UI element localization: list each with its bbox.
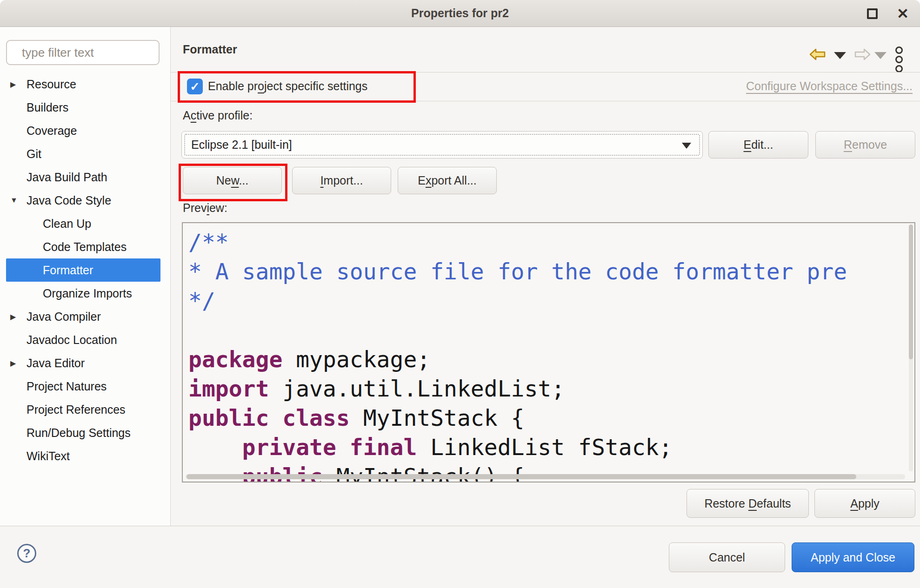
close-button[interactable]: ✕	[892, 4, 913, 23]
sidebar-item-label: Java Build Path	[27, 171, 107, 184]
sidebar-item-formatter[interactable]: Formatter	[6, 258, 160, 282]
code-token: mypackage;	[282, 346, 430, 372]
label-text: E	[418, 174, 426, 187]
label-text: emove	[852, 138, 887, 151]
active-profile-label: Active profile:	[183, 109, 253, 122]
back-history-button[interactable]	[833, 51, 847, 59]
import-button[interactable]: Import...	[292, 167, 391, 194]
sidebar-item-label: Formatter	[43, 264, 93, 277]
code-preview: /*** A sample source file for the code f…	[188, 228, 908, 482]
code-line: package mypackage;	[188, 345, 908, 374]
sidebar-item-label: Clean Up	[43, 217, 91, 231]
sidebar-item-clean-up[interactable]: Clean Up	[6, 212, 160, 235]
vertical-scrollbar[interactable]	[909, 225, 913, 471]
close-icon: ✕	[897, 7, 909, 21]
label-text: tive profile:	[196, 109, 253, 122]
sidebar-item-organize-imports[interactable]: Organize Imports	[6, 282, 160, 305]
sidebar: ▶ResourceBuildersCoverageGitJava Build P…	[0, 27, 171, 526]
properties-dialog-window: Properties for pr2 ✕ ▶ResourceBuildersCo…	[0, 0, 920, 588]
triangle-right-icon[interactable]: ▶	[10, 312, 16, 321]
triangle-right-icon[interactable]: ▶	[10, 80, 16, 89]
horizontal-scrollbar[interactable]	[186, 474, 905, 479]
active-profile-value: Eclipse 2.1 [built-in]	[191, 132, 292, 158]
vertical-scrollbar-thumb[interactable]	[909, 225, 913, 359]
horizontal-scrollbar-thumb[interactable]	[187, 474, 856, 479]
triangle-down-icon[interactable]: ▼	[10, 196, 18, 205]
edit-button[interactable]: Edit...	[708, 131, 808, 159]
sidebar-item-wikitext[interactable]: WikiText	[6, 444, 160, 468]
label-mnemonic: E	[744, 138, 752, 151]
code-line: /**	[188, 228, 908, 257]
label-mnemonic: R	[844, 138, 852, 151]
sidebar-item-code-templates[interactable]: Code Templates	[6, 235, 160, 258]
restore-defaults-button[interactable]: Restore Defaults	[687, 489, 809, 518]
maximize-button[interactable]	[861, 4, 883, 23]
triangle-right-icon[interactable]: ▶	[10, 359, 16, 368]
label-text: Prev	[183, 201, 207, 214]
window-title: Properties for pr2	[0, 0, 920, 26]
sidebar-item-project-natures[interactable]: Project Natures	[6, 375, 160, 398]
titlebar[interactable]: Properties for pr2 ✕	[0, 0, 920, 27]
configure-workspace-settings-link[interactable]: Configure Workspace Settings...	[746, 79, 913, 93]
sidebar-item-label: Organize Imports	[43, 287, 132, 300]
code-token: MyIntStack {	[350, 405, 525, 431]
code-token	[188, 434, 242, 460]
remove-button[interactable]: Remove	[815, 131, 915, 159]
label-text: Ne	[216, 174, 231, 187]
apply-and-close-button[interactable]: Apply and Close	[792, 542, 914, 572]
sidebar-item-label: Project Natures	[27, 380, 107, 393]
active-profile-select[interactable]: Eclipse 2.1 [built-in]	[181, 131, 703, 159]
maximize-icon	[867, 8, 878, 19]
properties-tree: ▶ResourceBuildersCoverageGitJava Build P…	[6, 73, 160, 468]
label-text: A	[183, 109, 191, 122]
back-button[interactable]	[808, 47, 827, 61]
code-line: private final LinkedList fStack;	[188, 433, 908, 462]
sidebar-item-project-references[interactable]: Project References	[6, 398, 160, 421]
sidebar-item-git[interactable]: Git	[6, 142, 160, 165]
overflow-menu-icon	[895, 65, 903, 73]
sidebar-item-java-compiler[interactable]: ▶Java Compiler	[6, 305, 160, 328]
forward-arrow-icon	[853, 48, 871, 61]
code-line: * A sample source file for the code form…	[188, 257, 908, 286]
forward-history-button[interactable]	[873, 51, 887, 59]
preview-pane[interactable]: /*** A sample source file for the code f…	[182, 222, 915, 482]
label-text: Enable pr	[208, 79, 258, 92]
new-button[interactable]: New...	[183, 167, 282, 194]
comment-token: * A sample source file for the code form…	[188, 258, 847, 284]
forward-button[interactable]	[853, 47, 872, 61]
keyword-token: public class	[188, 405, 350, 431]
cancel-button[interactable]: Cancel	[669, 542, 785, 572]
view-menu-button[interactable]	[892, 45, 906, 68]
enable-project-specific-settings-checkbox[interactable]: ✓	[187, 79, 203, 94]
apply-button[interactable]: Apply	[814, 489, 915, 518]
keyword-token: import	[188, 376, 269, 402]
label-text: ...	[239, 174, 248, 187]
filter-input[interactable]	[6, 40, 160, 65]
label-text: port All...	[431, 174, 476, 187]
sidebar-item-label: Javadoc Location	[27, 333, 117, 347]
sidebar-item-java-code-style[interactable]: ▼Java Code Style	[6, 189, 160, 212]
code-line: import java.util.LinkedList;	[188, 374, 908, 403]
label-mnemonic: I	[320, 174, 324, 187]
sidebar-item-javadoc-location[interactable]: Javadoc Location	[6, 328, 160, 351]
sidebar-item-java-build-path[interactable]: Java Build Path	[6, 165, 160, 189]
sidebar-item-label: Resource	[27, 78, 76, 91]
back-arrow-icon	[809, 48, 827, 61]
sidebar-item-coverage[interactable]: Coverage	[6, 119, 160, 142]
keyword-token: private final	[242, 434, 417, 460]
checkmark-icon: ✓	[190, 81, 200, 92]
sidebar-item-builders[interactable]: Builders	[6, 96, 160, 119]
label-text: pply	[858, 497, 880, 510]
sidebar-item-resource[interactable]: ▶Resource	[6, 73, 160, 96]
enable-project-specific-settings-label[interactable]: Enable project specific settings	[208, 79, 367, 93]
sidebar-item-label: WikiText	[27, 449, 70, 463]
export-all-button[interactable]: Export All...	[398, 167, 497, 194]
label-text: mport...	[324, 174, 363, 187]
sidebar-item-run-debug-settings[interactable]: Run/Debug Settings	[6, 421, 160, 444]
code-line: public class MyIntStack {	[188, 403, 908, 433]
sidebar-item-label: Java Editor	[27, 357, 85, 370]
sidebar-item-java-editor[interactable]: ▶Java Editor	[6, 351, 160, 375]
header-separator	[171, 72, 920, 73]
help-button[interactable]: ?	[17, 544, 36, 563]
comment-token: */	[188, 288, 215, 314]
